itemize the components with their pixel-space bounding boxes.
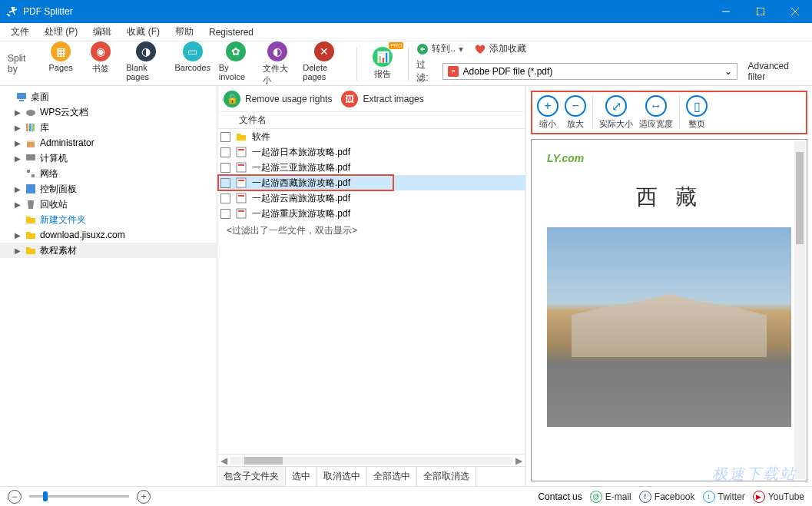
horizontal-scrollbar[interactable]: ◀ ▶: [217, 454, 525, 466]
file-row[interactable]: 一起游日本旅游攻略.pdf: [217, 144, 525, 160]
filter-message[interactable]: <过滤出了一些文件，双击显示>: [227, 224, 525, 237]
file-row[interactable]: 一起游重庆旅游攻略.pdf: [217, 206, 525, 221]
tree-item-3[interactable]: ▶Administrator: [0, 135, 217, 150]
social-facebook[interactable]: fFacebook: [639, 491, 695, 503]
checkbox[interactable]: [220, 209, 230, 219]
tool-文件大小[interactable]: ◐文件大小: [260, 40, 295, 88]
file-row[interactable]: 软件: [217, 129, 525, 144]
zoom-slider[interactable]: [29, 495, 129, 498]
pdf-icon: P: [448, 66, 459, 77]
zoom-out-button[interactable]: −: [8, 490, 22, 504]
menu-4[interactable]: 帮助: [169, 23, 200, 41]
scroll-right-icon[interactable]: ▶: [515, 455, 522, 466]
pdf-icon: [235, 146, 247, 158]
tool-by-invoice[interactable]: ✿By invoice: [216, 40, 255, 88]
file-row[interactable]: 一起游西藏旅游攻略.pdf: [217, 175, 525, 190]
menu-1[interactable]: 处理 (P): [38, 23, 84, 41]
facebook-icon: f: [639, 491, 651, 503]
tree-item-2[interactable]: ▶库: [0, 120, 217, 135]
file-row[interactable]: 一起游三亚旅游攻略.pdf: [217, 160, 525, 175]
tool-icon: ✕: [314, 41, 334, 61]
toolbar: Split by ▦Pages◉书签◑Blank pages▭Barcodes✿…: [0, 41, 812, 86]
expand-arrow-icon[interactable]: ▶: [14, 139, 22, 147]
advanced-filter-link[interactable]: Advanced filter: [748, 61, 804, 82]
zoom-toolbar: +缩小−放大⤢实际大小↔适应宽度▯整页: [531, 91, 807, 134]
file-list: 软件一起游日本旅游攻略.pdf一起游三亚旅游攻略.pdf一起游西藏旅游攻略.pd…: [217, 129, 525, 454]
remove-usage-rights-button[interactable]: 🔓 Remove usage rights: [224, 91, 332, 107]
social-e-mail[interactable]: @E-mail: [590, 491, 631, 503]
svg-rect-15: [238, 149, 244, 150]
checkbox[interactable]: [220, 132, 230, 142]
tree-item-0[interactable]: 桌面: [0, 89, 217, 104]
expand-arrow-icon[interactable]: ▶: [14, 124, 22, 132]
expand-arrow-icon[interactable]: ▶: [14, 231, 22, 240]
svg-rect-19: [238, 180, 244, 181]
filter-select[interactable]: P Adobe PDF file (*.pdf) ⌄: [442, 63, 737, 80]
contact-us-link[interactable]: Contact us: [538, 491, 582, 502]
selection-3[interactable]: 全部选中: [367, 467, 417, 486]
zoom-1[interactable]: −放大: [565, 95, 586, 130]
menu-0[interactable]: 文件: [5, 23, 35, 41]
tool-书签[interactable]: ◉书签: [83, 40, 118, 88]
goto-button[interactable]: 转到..▾: [416, 42, 463, 55]
net-icon: [25, 167, 37, 180]
filter-label: 过滤:: [416, 58, 436, 84]
add-favorite-button[interactable]: 添加收藏: [474, 42, 526, 55]
menu-2[interactable]: 编辑: [87, 23, 118, 41]
svg-rect-20: [237, 193, 246, 203]
menu-5[interactable]: Registered: [203, 25, 260, 40]
expand-arrow-icon[interactable]: ▶: [14, 185, 22, 193]
expand-arrow-icon[interactable]: ▶: [14, 154, 22, 163]
checkbox[interactable]: [220, 193, 230, 203]
tree-item-10[interactable]: ▶教程素材: [0, 243, 217, 258]
zoom-3[interactable]: ↔适应宽度: [639, 95, 673, 130]
selection-4[interactable]: 全部取消选: [417, 467, 476, 486]
social-youtube[interactable]: ▶YouTube: [753, 491, 804, 503]
tree-item-6[interactable]: ▶控制面板: [0, 181, 217, 197]
extract-images-button[interactable]: 🖼 Extract images: [341, 91, 423, 107]
tool-pages[interactable]: ▦Pages: [43, 40, 78, 88]
zoom-0[interactable]: +缩小: [537, 95, 558, 130]
zoom-in-button[interactable]: +: [137, 490, 151, 504]
tool-delete-pages[interactable]: ✕Delete pages: [300, 40, 349, 88]
tree-item-7[interactable]: ▶回收站: [0, 197, 217, 212]
minimize-button[interactable]: [708, 0, 743, 23]
selection-1[interactable]: 选中: [286, 467, 317, 486]
svg-rect-22: [237, 209, 246, 218]
checkbox[interactable]: [220, 178, 230, 188]
selection-2[interactable]: 取消选中: [317, 467, 367, 486]
scroll-left-icon[interactable]: ◀: [220, 455, 227, 466]
tree-item-9[interactable]: ▶download.jisuxz.com: [0, 227, 217, 243]
checkbox[interactable]: [220, 147, 230, 157]
menu-3[interactable]: 收藏 (F): [121, 23, 166, 41]
svg-rect-4: [17, 93, 26, 99]
column-header[interactable]: 文件名: [217, 112, 525, 129]
lib-icon: [25, 121, 37, 134]
titlebar: PDF Splitter: [0, 0, 812, 23]
preview-image: [547, 227, 791, 427]
tool-icon: ▦: [51, 41, 71, 61]
preview-scrollbar[interactable]: [794, 141, 805, 479]
expand-arrow-icon[interactable]: ▶: [14, 108, 22, 117]
tree-item-4[interactable]: ▶计算机: [0, 150, 217, 166]
tree-item-8[interactable]: 新建文件夹: [0, 212, 217, 227]
selection-0[interactable]: 包含子文件夹: [217, 467, 286, 486]
tool-blank-pages[interactable]: ◑Blank pages: [123, 40, 169, 88]
tree-item-5[interactable]: 网络: [0, 166, 217, 181]
svg-rect-5: [19, 100, 24, 101]
maximize-button[interactable]: [743, 0, 777, 23]
expand-arrow-icon[interactable]: ▶: [14, 200, 22, 209]
tool-icon: ◑: [136, 41, 156, 61]
checkbox[interactable]: [220, 163, 230, 173]
expand-arrow-icon[interactable]: ▶: [14, 246, 22, 255]
tool-barcodes[interactable]: ▭Barcodes: [174, 40, 211, 88]
zoom-4[interactable]: ▯整页: [686, 95, 708, 130]
report-button[interactable]: PRO 📊 报告: [365, 45, 400, 81]
tree-item-1[interactable]: ▶WPS云文档: [0, 104, 217, 120]
tool-icon: ◉: [91, 41, 111, 61]
close-button[interactable]: [777, 0, 812, 23]
social-twitter[interactable]: tTwitter: [703, 491, 745, 503]
file-row[interactable]: 一起游云南旅游攻略.pdf: [217, 190, 525, 206]
scrollbar-thumb[interactable]: [244, 457, 283, 465]
zoom-2[interactable]: ⤢实际大小: [599, 95, 633, 130]
